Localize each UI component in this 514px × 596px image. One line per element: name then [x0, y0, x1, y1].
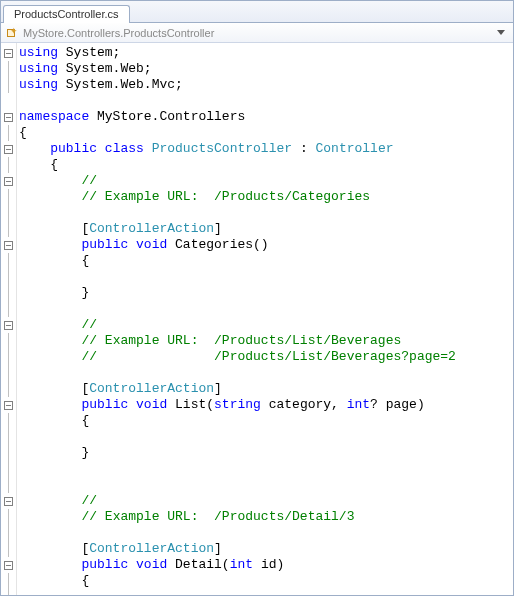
breadcrumb-bar: ✦ MyStore.Controllers.ProductsController: [1, 23, 513, 43]
fold-toggle[interactable]: [4, 113, 13, 122]
code-line: [19, 525, 456, 541]
code-line: // Example URL: /Products/List/Beverages: [19, 333, 456, 349]
code-line: [19, 477, 456, 493]
code-line: public class ProductsController : Contro…: [19, 141, 456, 157]
code-line: {: [19, 413, 456, 429]
file-tab[interactable]: ProductsController.cs: [3, 5, 130, 23]
dropdown-icon[interactable]: [497, 30, 505, 35]
fold-toggle[interactable]: [4, 145, 13, 154]
fold-toggle[interactable]: [4, 561, 13, 570]
code-line: public void Categories(): [19, 237, 456, 253]
code-line: //: [19, 493, 456, 509]
fold-toggle[interactable]: [4, 401, 13, 410]
code-area: using System;using System.Web;using Syst…: [1, 43, 513, 595]
breadcrumb[interactable]: MyStore.Controllers.ProductsController: [23, 27, 497, 39]
code-line: public void Detail(int id): [19, 557, 456, 573]
fold-gutter[interactable]: [1, 43, 17, 595]
code-line: }: [19, 445, 456, 461]
fold-toggle[interactable]: [4, 49, 13, 58]
code-line: [ControllerAction]: [19, 221, 456, 237]
fold-toggle[interactable]: [4, 241, 13, 250]
code-line: {: [19, 253, 456, 269]
code-line: {: [19, 157, 456, 173]
code-line: [19, 365, 456, 381]
fold-toggle[interactable]: [4, 321, 13, 330]
code-line: [ControllerAction]: [19, 381, 456, 397]
code-line: [19, 205, 456, 221]
code-line: [19, 589, 456, 596]
code-line: [19, 461, 456, 477]
file-tab-label: ProductsController.cs: [14, 8, 119, 20]
code-line: [19, 269, 456, 285]
fold-toggle[interactable]: [4, 497, 13, 506]
code-line: public void List(string category, int? p…: [19, 397, 456, 413]
code-line: {: [19, 573, 456, 589]
code-line: [ControllerAction]: [19, 541, 456, 557]
code-line: namespace MyStore.Controllers: [19, 109, 456, 125]
tab-bar: ProductsController.cs: [1, 1, 513, 23]
code-line: }: [19, 285, 456, 301]
code-editor[interactable]: using System;using System.Web;using Syst…: [17, 43, 456, 595]
fold-toggle[interactable]: [4, 177, 13, 186]
code-line: using System.Web.Mvc;: [19, 77, 456, 93]
code-line: [19, 301, 456, 317]
class-icon: ✦: [5, 26, 19, 40]
code-line: using System.Web;: [19, 61, 456, 77]
code-line: //: [19, 317, 456, 333]
code-line: // /Products/List/Beverages?page=2: [19, 349, 456, 365]
code-line: [19, 93, 456, 109]
code-line: using System;: [19, 45, 456, 61]
code-line: [19, 429, 456, 445]
code-line: {: [19, 125, 456, 141]
code-line: // Example URL: /Products/Detail/3: [19, 509, 456, 525]
code-line: //: [19, 173, 456, 189]
code-line: // Example URL: /Products/Categories: [19, 189, 456, 205]
